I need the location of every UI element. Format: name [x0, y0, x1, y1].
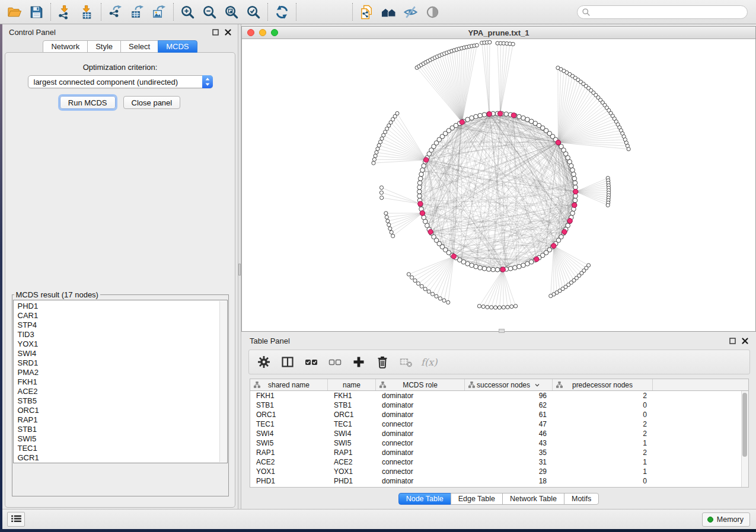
- zoom-in-button[interactable]: [177, 2, 199, 22]
- column-header-shared-name[interactable]: shared name: [250, 379, 328, 390]
- zoom-in-icon: [180, 5, 195, 20]
- table-row[interactable]: RAP1RAP1dominator352: [250, 448, 748, 457]
- zoom-selected-button[interactable]: [243, 2, 264, 22]
- search-field[interactable]: [577, 5, 748, 19]
- splitter-handle[interactable]: [238, 264, 241, 275]
- scrollbar-thumb[interactable]: [742, 393, 747, 457]
- mcds-result-item[interactable]: SWI4: [18, 349, 227, 358]
- tab-motifs[interactable]: Motifs: [564, 493, 599, 505]
- zoom-out-button[interactable]: [199, 2, 221, 22]
- panel-list-button[interactable]: [7, 512, 25, 527]
- table-row[interactable]: ACE2ACE2connector311: [250, 457, 748, 467]
- column-header-predecessor-nodes[interactable]: predecessor nodes: [553, 379, 653, 390]
- deselect-all-button[interactable]: [327, 354, 343, 370]
- table-cell: 62: [465, 400, 553, 410]
- add-column-button[interactable]: [351, 354, 366, 370]
- gear-button[interactable]: [256, 354, 272, 370]
- close-panel-button[interactable]: Close panel: [123, 96, 181, 109]
- mcds-result-item[interactable]: STB1: [18, 425, 227, 434]
- close-table-panel-icon[interactable]: [742, 338, 748, 344]
- mcds-result-item[interactable]: FKH1: [18, 377, 227, 387]
- export-table-button[interactable]: [126, 2, 148, 22]
- mcds-result-item[interactable]: SRD1: [18, 358, 227, 368]
- mcds-result-item[interactable]: CAR1: [18, 311, 227, 321]
- table-row[interactable]: SWI4SWI4dominator462: [250, 429, 748, 438]
- mcds-result-item[interactable]: YOX1: [18, 339, 227, 349]
- tab-node-table[interactable]: Node Table: [398, 493, 451, 505]
- criterion-select[interactable]: largest connected component (undirected): [28, 75, 213, 88]
- window-zoom-button[interactable]: [271, 29, 278, 36]
- mcds-result-item[interactable]: STP4: [18, 321, 227, 330]
- table-row[interactable]: TEC1TEC1connector472: [250, 419, 748, 429]
- export-network-button[interactable]: [104, 2, 126, 22]
- network-window-titlebar[interactable]: YPA_prune.txt_1: [242, 27, 755, 39]
- table-row[interactable]: PHD1PHD1dominator180: [250, 476, 748, 486]
- hide-selected-button[interactable]: [400, 2, 422, 22]
- delete-column-button[interactable]: [375, 354, 390, 370]
- import-table-icon: [79, 5, 94, 20]
- table-cell: RAP1: [250, 448, 328, 457]
- window-close-button[interactable]: [247, 29, 254, 36]
- mcds-result-item[interactable]: ACE2: [18, 387, 227, 396]
- mcds-result-item[interactable]: PMA2: [18, 368, 227, 377]
- node-table: shared namenameMCDS rolesuccessor nodesp…: [250, 379, 749, 488]
- import-network-button[interactable]: [54, 2, 76, 22]
- run-mcds-button[interactable]: Run MCDS: [60, 96, 116, 109]
- column-header-name[interactable]: name: [328, 379, 376, 390]
- float-table-panel-icon[interactable]: [729, 338, 736, 344]
- first-neighbors-button[interactable]: [378, 2, 400, 22]
- control-panel: Control Panel NetworkStyleSelectMCDS Opt…: [2, 24, 238, 509]
- duplicate-network-button[interactable]: [356, 2, 378, 22]
- save-session-button[interactable]: [25, 2, 47, 22]
- table-cell: STB1: [250, 400, 328, 410]
- export-image-button[interactable]: [148, 2, 170, 22]
- search-input[interactable]: [591, 8, 747, 17]
- main-toolbar: [0, 0, 756, 24]
- table-cell: 96: [465, 391, 553, 400]
- tab-network[interactable]: Network: [43, 40, 88, 53]
- mcds-result-item[interactable]: SWI5: [18, 434, 227, 444]
- memory-button[interactable]: Memory: [702, 512, 750, 527]
- network-canvas[interactable]: [242, 39, 755, 331]
- table-row[interactable]: SWI5SWI5connector431: [250, 438, 748, 448]
- toolbar-separator: [101, 3, 101, 21]
- tab-mcds[interactable]: MCDS: [158, 40, 197, 53]
- show-all-button[interactable]: [422, 2, 444, 22]
- tab-select[interactable]: Select: [120, 40, 158, 53]
- table-cell: SWI5: [328, 438, 376, 448]
- split-view-button[interactable]: [280, 354, 295, 370]
- column-label: shared name: [268, 381, 310, 389]
- tab-network-table[interactable]: Network Table: [502, 493, 564, 505]
- select-all-button[interactable]: [304, 354, 319, 370]
- mcds-result-item[interactable]: TID3: [18, 330, 227, 339]
- mcds-result-list[interactable]: PHD1CAR1STP4TID3YOX1SWI4SRD1PMA2FKH1ACE2…: [13, 300, 228, 463]
- table-scrollbar[interactable]: [741, 391, 748, 487]
- float-panel-icon[interactable]: [212, 29, 219, 36]
- column-header-successor-nodes[interactable]: successor nodes: [465, 379, 553, 390]
- mcds-result-item[interactable]: STB5: [18, 396, 227, 406]
- apply-layout-button[interactable]: [271, 2, 293, 22]
- mcds-result-item[interactable]: ORC1: [18, 406, 227, 415]
- table-row[interactable]: ORC1ORC1dominator610: [250, 410, 748, 419]
- table-cell: ACE2: [328, 457, 376, 467]
- table-cell: 29: [465, 467, 553, 476]
- first-neighbors-icon: [381, 5, 396, 20]
- import-table-button[interactable]: [76, 2, 98, 22]
- mcds-result-item[interactable]: PHD1: [18, 302, 227, 311]
- zoom-fit-button[interactable]: [221, 2, 243, 22]
- mcds-result-item[interactable]: TEC1: [18, 444, 227, 453]
- column-header-mcds-role[interactable]: MCDS role: [376, 379, 465, 390]
- show-all-icon: [425, 5, 440, 20]
- tab-edge-table[interactable]: Edge Table: [451, 493, 503, 505]
- tab-style[interactable]: Style: [87, 40, 121, 53]
- table-row[interactable]: FKH1FKH1dominator962: [250, 391, 748, 400]
- mcds-result-item[interactable]: RAP1: [18, 415, 227, 425]
- open-file-button[interactable]: [4, 2, 25, 22]
- table-row[interactable]: YOX1YOX1connector291: [250, 467, 748, 476]
- horizontal-splitter-handle[interactable]: [499, 329, 505, 333]
- close-panel-icon[interactable]: [225, 29, 231, 36]
- list-icon: [11, 515, 21, 524]
- mcds-result-item[interactable]: GCR1: [18, 453, 227, 463]
- table-row[interactable]: STB1STB1dominator620: [250, 400, 748, 410]
- window-minimize-button[interactable]: [259, 29, 266, 36]
